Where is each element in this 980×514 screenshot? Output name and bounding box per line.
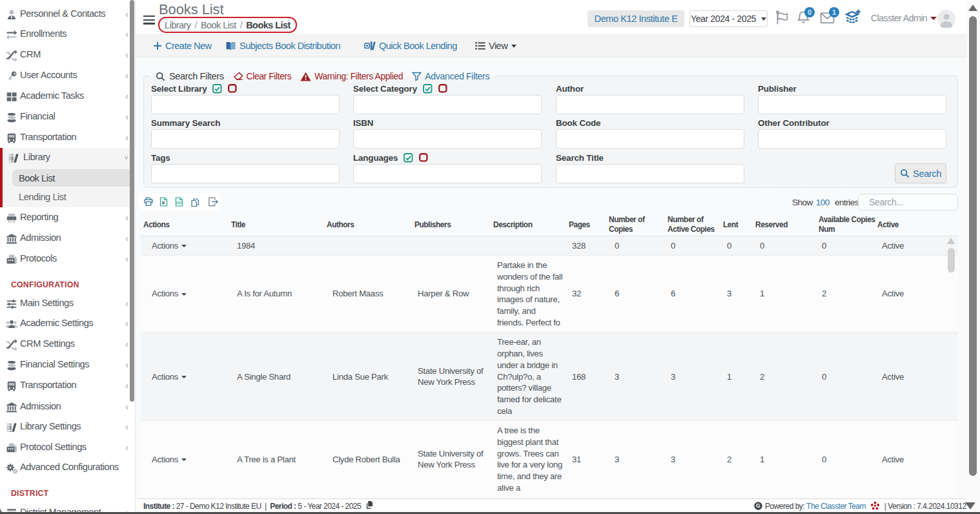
svg-text:XML: XML — [176, 201, 183, 205]
svg-text:G: G — [756, 502, 761, 509]
